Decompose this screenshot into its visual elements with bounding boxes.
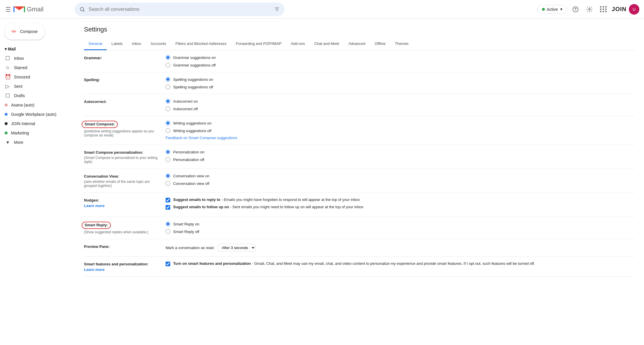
tab-addons[interactable]: Add-ons bbox=[286, 38, 310, 50]
apps-button[interactable] bbox=[598, 3, 609, 15]
autocorrect-label: Autocorrect: bbox=[84, 99, 166, 104]
nudge-reply-checkbox[interactable] bbox=[166, 198, 170, 202]
writing-on-option[interactable]: Writing suggestions on bbox=[166, 121, 635, 125]
header: Gmail Active ▼ bbox=[0, 0, 644, 19]
sidebar-item-asana[interactable]: Asana (auto) bbox=[0, 100, 70, 110]
compose-button[interactable]: ✏ Compose bbox=[5, 23, 45, 40]
smart-compose-sublabel: (predictive writing suggestions appear a… bbox=[84, 129, 159, 137]
smart-reply-sublabel: (Show suggested replies when available.) bbox=[84, 230, 159, 234]
search-bar[interactable] bbox=[75, 3, 285, 16]
nudge-reply-item: Suggest emails to reply to - Emails you … bbox=[166, 197, 635, 202]
grammar-on-option[interactable]: Grammar suggestions on bbox=[166, 55, 635, 60]
settings-table: Grammar: Grammar suggestions on Grammar … bbox=[84, 50, 635, 277]
sidebar-item-google-workplace[interactable]: Google Workplace (auto) bbox=[0, 110, 70, 119]
tab-filters[interactable]: Filters and Blocked Addresses bbox=[171, 38, 231, 50]
personalization-controls: Personalization on Personalization off bbox=[166, 150, 635, 162]
sidebar-item-sent[interactable]: ▷ Sent bbox=[0, 82, 70, 91]
sidebar-item-inbox[interactable]: ☐ Inbox bbox=[0, 54, 70, 63]
spelling-off-option[interactable]: Spelling suggestions off bbox=[166, 85, 635, 89]
header-logo: Gmail bbox=[5, 5, 75, 13]
preview-pane-label: Preview Pane: bbox=[84, 244, 166, 249]
tab-labels[interactable]: Labels bbox=[107, 38, 127, 50]
nudge-followup-item: Suggest emails to follow up on - Sent em… bbox=[166, 205, 635, 210]
search-options-icon[interactable] bbox=[274, 6, 280, 12]
tab-forwarding[interactable]: Forwarding and POP/IMAP bbox=[231, 38, 286, 50]
tab-offline[interactable]: Offline bbox=[370, 38, 390, 50]
conversation-view-sublabel: (sets whether emails of the same topic a… bbox=[84, 180, 159, 188]
layout: ✏ Compose ▾ Mail ☐ Inbox ☆ Starred ⏰ Sno… bbox=[0, 19, 644, 345]
autocorrect-on-option[interactable]: Autocorrect on bbox=[166, 99, 635, 104]
smart-compose-personalization-label: Smart Compose personalization: (Smart Co… bbox=[84, 150, 166, 164]
svg-point-5 bbox=[589, 8, 591, 10]
autocorrect-controls: Autocorrect on Autocorrect off bbox=[166, 99, 635, 111]
grammar-controls: Grammar suggestions on Grammar suggestio… bbox=[166, 55, 635, 67]
chevron-down-icon: ▾ bbox=[5, 47, 7, 51]
smart-reply-on-option[interactable]: Smart Reply on bbox=[166, 222, 635, 226]
gmail-logo bbox=[13, 5, 25, 13]
sidebar-item-drafts[interactable]: ☐ Drafts bbox=[0, 91, 70, 100]
nudges-learn-more-link[interactable]: Learn more bbox=[84, 204, 105, 208]
conversation-view-label: Conversation View: (sets whether emails … bbox=[84, 174, 166, 188]
nudge-followup-checkbox[interactable] bbox=[166, 205, 170, 210]
grammar-off-option[interactable]: Grammar suggestions off bbox=[166, 63, 635, 67]
sidebar-item-more[interactable]: ▾ More bbox=[0, 138, 70, 147]
smart-features-checkbox[interactable] bbox=[166, 262, 170, 266]
preview-pane-select[interactable]: After 3 seconds After 1 second After 5 s… bbox=[218, 244, 256, 252]
preview-pane-row: Preview Pane: Mark a conversation as rea… bbox=[84, 239, 635, 257]
preview-pane-controls: Mark a conversation as read: After 3 sec… bbox=[166, 244, 635, 252]
smart-features-item: Turn on smart features and personalizati… bbox=[166, 261, 635, 266]
nudges-controls: Suggest emails to reply to - Emails you … bbox=[166, 197, 635, 212]
tab-inbox[interactable]: Inbox bbox=[127, 38, 146, 50]
sidebar-item-snoozed[interactable]: ⏰ Snoozed bbox=[0, 72, 70, 82]
sidebar-item-join-internal[interactable]: JOIN Internal bbox=[0, 119, 70, 128]
spelling-controls: Spelling suggestions on Spelling suggest… bbox=[166, 77, 635, 89]
conv-on-option[interactable]: Conversation view on bbox=[166, 174, 635, 178]
smart-compose-circle: Smart Compose: bbox=[82, 121, 118, 128]
smart-compose-personalization-row: Smart Compose personalization: (Smart Co… bbox=[84, 145, 635, 169]
smart-reply-controls: Smart Reply on Smart Reply off bbox=[166, 222, 635, 234]
hamburger-icon[interactable] bbox=[5, 6, 12, 13]
active-status[interactable]: Active ▼ bbox=[538, 5, 567, 14]
avatar[interactable]: U bbox=[629, 4, 639, 15]
sidebar-item-marketing[interactable]: Marketing bbox=[0, 128, 70, 138]
join-dot-icon bbox=[5, 122, 8, 125]
help-button[interactable] bbox=[570, 3, 581, 15]
smart-features-learn-more-link[interactable]: Learn more bbox=[84, 267, 105, 272]
tab-advanced[interactable]: Advanced bbox=[344, 38, 370, 50]
tab-general[interactable]: General bbox=[84, 38, 107, 50]
tab-accounts[interactable]: Accounts bbox=[146, 38, 171, 50]
tab-chat[interactable]: Chat and Meet bbox=[310, 38, 344, 50]
sidebar: ✏ Compose ▾ Mail ☐ Inbox ☆ Starred ⏰ Sno… bbox=[0, 19, 75, 345]
smart-features-label: Smart features and personalization: Lear… bbox=[84, 261, 166, 272]
asana-dot-icon bbox=[5, 104, 8, 106]
smart-features-text: Turn on smart features and personalizati… bbox=[173, 261, 535, 266]
smart-compose-feedback-link[interactable]: Feedback on Smart Compose suggestions bbox=[166, 136, 237, 140]
mail-section-label[interactable]: ▾ Mail bbox=[0, 44, 75, 54]
join-label: JOIN bbox=[612, 6, 627, 13]
search-input[interactable] bbox=[89, 7, 271, 12]
page-title: Settings bbox=[84, 19, 635, 38]
star-icon: ☆ bbox=[5, 64, 10, 71]
autocorrect-off-option[interactable]: Autocorrect off bbox=[166, 106, 635, 111]
settings-button[interactable] bbox=[584, 3, 595, 15]
smart-reply-off-option[interactable]: Smart Reply off bbox=[166, 229, 635, 234]
spelling-label: Spelling: bbox=[84, 77, 166, 82]
tab-themes[interactable]: Themes bbox=[390, 38, 413, 50]
gmail-label: Gmail bbox=[27, 6, 43, 13]
personalization-off-option[interactable]: Personalization off bbox=[166, 157, 635, 162]
chevron-down-icon: ▼ bbox=[559, 7, 563, 11]
grammar-row: Grammar: Grammar suggestions on Grammar … bbox=[84, 50, 635, 72]
search-icon bbox=[79, 6, 85, 12]
smart-reply-circle: Smart Reply: bbox=[82, 222, 111, 229]
nudges-row: Nudges: Learn more Suggest emails to rep… bbox=[84, 193, 635, 217]
smart-reply-label: Smart Reply: (Show suggested replies whe… bbox=[84, 222, 166, 234]
spelling-on-option[interactable]: Spelling suggestions on bbox=[166, 77, 635, 82]
apps-grid-icon bbox=[599, 6, 608, 13]
conv-off-option[interactable]: Conversation view off bbox=[166, 181, 635, 186]
writing-off-option[interactable]: Writing suggestions off bbox=[166, 128, 635, 133]
sidebar-item-starred[interactable]: ☆ Starred bbox=[0, 63, 70, 72]
drafts-icon: ☐ bbox=[5, 92, 10, 99]
nudge-followup-label: Suggest emails to follow up on - Sent em… bbox=[173, 205, 363, 209]
personalization-on-option[interactable]: Personalization on bbox=[166, 150, 635, 154]
smart-compose-personalization-sublabel: (Smart Compose is personalized to your w… bbox=[84, 156, 159, 164]
